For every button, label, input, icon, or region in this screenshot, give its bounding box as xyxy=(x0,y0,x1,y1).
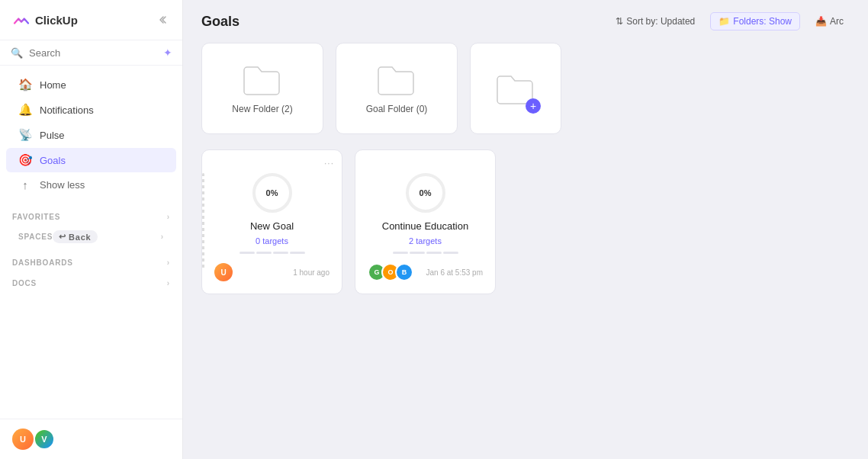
goal-card-continue-education[interactable]: 0% Continue Education 2 targets G O B xyxy=(355,149,496,294)
folder-card-goal-folder[interactable]: Goal Folder (0) xyxy=(336,43,458,134)
logo: ClickUp xyxy=(12,11,78,29)
goal-avatar-group: G O B xyxy=(368,263,413,281)
goal-cards-row: ··· 0% New Goal 0 targets U xyxy=(201,149,850,294)
sidebar-header: ClickUp xyxy=(0,0,182,40)
sidebar-item-notifications-label: Notifications xyxy=(40,104,94,116)
chevron-up-icon: ↑ xyxy=(18,178,32,191)
user-avatar[interactable]: U xyxy=(12,429,34,450)
favorites-label: FAVORITES xyxy=(12,213,60,221)
goal-name-new-goal: New Goal xyxy=(250,220,294,232)
folders-button[interactable]: 📁 Folders: Show xyxy=(710,12,800,30)
goal-card-new-goal[interactable]: ··· 0% New Goal 0 targets U xyxy=(201,149,342,294)
sidebar-item-show-less[interactable]: ↑ Show less xyxy=(6,173,176,197)
main-content: Goals ⇅ Sort by: Updated 📁 Folders: Show… xyxy=(183,0,868,459)
dashboards-label: DASHBOARDS xyxy=(12,258,73,267)
folder-icon-new-folder xyxy=(243,63,282,96)
search-icon: 🔍 xyxy=(11,47,23,59)
goal-target-dots-continue-education xyxy=(393,252,458,254)
cards-area: New Folder (2) Goal Folder (0) + ··· xyxy=(183,43,868,313)
logo-icon xyxy=(12,11,31,29)
goal-targets-continue-education[interactable]: 2 targets xyxy=(409,236,442,246)
folder-card-new-folder[interactable]: New Folder (2) xyxy=(201,43,323,134)
notifications-icon: 🔔 xyxy=(18,103,32,117)
folder-cards-row: New Folder (2) Goal Folder (0) + xyxy=(201,43,850,134)
sidebar-section-favorites[interactable]: FAVORITES › xyxy=(0,204,182,224)
target-dot xyxy=(290,252,305,254)
target-dot xyxy=(240,252,255,254)
sidebar-item-notifications[interactable]: 🔔 Notifications xyxy=(6,98,176,122)
goal-time-new-goal: 1 hour ago xyxy=(293,268,330,277)
goal-card-menu-new-goal[interactable]: ··· xyxy=(324,158,334,169)
chevron-left-icon xyxy=(156,14,168,26)
progress-circle-continue-education: 0% xyxy=(403,170,448,216)
home-icon: 🏠 xyxy=(18,78,32,91)
add-folder-plus-icon[interactable]: + xyxy=(526,98,541,114)
docs-chevron-icon: › xyxy=(167,279,170,287)
search-bar: 🔍 ✦ xyxy=(0,40,182,66)
sidebar-section-docs[interactable]: DOCS › xyxy=(0,270,182,290)
target-dot xyxy=(256,252,272,254)
back-label: Back xyxy=(69,233,92,242)
folder-card-goal-folder-label: Goal Folder (0) xyxy=(366,104,428,114)
target-dot xyxy=(410,252,425,254)
sidebar-section-spaces[interactable]: SPACES ↩ Back › xyxy=(6,225,176,249)
progress-text-continue-education: 0% xyxy=(420,188,432,197)
goal-footer-continue-education: G O B Jan 6 at 5:53 pm xyxy=(368,263,483,281)
dashboards-chevron-icon: › xyxy=(167,258,170,267)
progress-text-new-goal: 0% xyxy=(266,188,278,197)
sidebar-item-goals-label: Goals xyxy=(40,155,66,166)
folder-card-add[interactable]: + xyxy=(470,43,561,134)
favorites-chevron-icon: › xyxy=(167,213,170,221)
logo-text: ClickUp xyxy=(35,14,78,27)
sidebar: ClickUp 🔍 ✦ 🏠 Home 🔔 Notifications 📡 Pul… xyxy=(0,0,183,459)
goal-footer-new-goal: U 1 hour ago xyxy=(214,263,330,281)
back-button[interactable]: ↩ Back xyxy=(53,230,97,243)
sidebar-item-pulse[interactable]: 📡 Pulse xyxy=(6,123,176,147)
spaces-label: SPACES xyxy=(18,233,53,241)
goal-avatar-new-goal: U xyxy=(214,263,233,281)
sidebar-item-home-label: Home xyxy=(40,79,66,91)
page-title: Goals xyxy=(201,14,240,30)
search-input[interactable] xyxy=(29,47,157,59)
sidebar-item-pulse-label: Pulse xyxy=(40,130,65,141)
archive-button[interactable]: 📥 Arc xyxy=(809,13,850,30)
top-bar: Goals ⇅ Sort by: Updated 📁 Folders: Show… xyxy=(183,0,868,43)
sort-icon: ⇅ xyxy=(616,16,623,27)
goal-target-dots-new-goal xyxy=(240,252,305,254)
nav-items: 🏠 Home 🔔 Notifications 📡 Pulse 🎯 Goals ↑… xyxy=(0,66,182,204)
collapse-sidebar-button[interactable] xyxy=(153,11,170,28)
spaces-chevron-icon: › xyxy=(161,233,164,241)
back-arrow-icon: ↩ xyxy=(59,232,66,242)
goal-name-continue-education: Continue Education xyxy=(382,220,468,232)
sidebar-item-goals[interactable]: 🎯 Goals xyxy=(6,148,176,172)
folder-icon-goal-folder xyxy=(377,63,416,96)
target-dot xyxy=(393,252,408,254)
sort-label: Sort by: Updated xyxy=(626,16,695,27)
goal-targets-new-goal[interactable]: 0 targets xyxy=(256,236,288,246)
archive-icon: 📥 xyxy=(815,16,827,27)
ai-icon[interactable]: ✦ xyxy=(163,47,172,59)
user-avatar-2[interactable]: V xyxy=(34,429,55,450)
pulse-icon: 📡 xyxy=(18,128,32,142)
sidebar-item-show-less-label: Show less xyxy=(40,179,85,191)
sort-button[interactable]: ⇅ Sort by: Updated xyxy=(609,13,701,30)
goals-icon: 🎯 xyxy=(18,153,32,167)
target-dot xyxy=(443,252,458,254)
goal-left-bar xyxy=(202,173,204,271)
folders-label: Folders: Show xyxy=(733,16,792,27)
folder-icon: 📁 xyxy=(719,16,730,27)
target-dot xyxy=(273,252,288,254)
top-bar-actions: ⇅ Sort by: Updated 📁 Folders: Show 📥 Arc xyxy=(609,12,850,30)
target-dot xyxy=(426,252,442,254)
archive-label: Arc xyxy=(830,16,844,27)
sidebar-item-home[interactable]: 🏠 Home xyxy=(6,72,176,97)
goal-time-continue-education: Jan 6 at 5:53 pm xyxy=(426,268,484,277)
sidebar-bottom: U V xyxy=(0,419,182,459)
progress-circle-new-goal: 0% xyxy=(249,170,295,216)
folder-card-new-folder-label: New Folder (2) xyxy=(232,104,292,114)
sidebar-section-dashboards[interactable]: DASHBOARDS › xyxy=(0,249,182,270)
goal-avatar-3: B xyxy=(395,263,413,281)
docs-label: DOCS xyxy=(12,279,37,287)
